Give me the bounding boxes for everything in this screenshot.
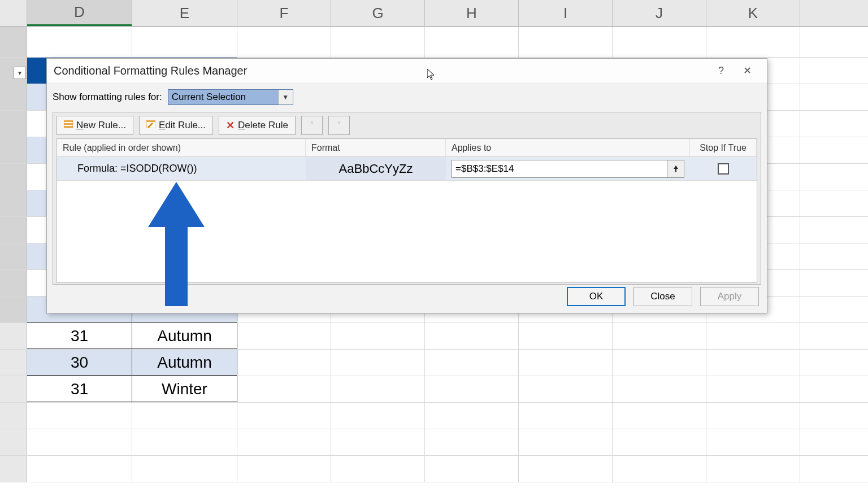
col-head-f[interactable]: F (237, 0, 331, 26)
svg-rect-1 (64, 120, 73, 122)
cell-e[interactable]: Autumn (132, 323, 237, 349)
table-row[interactable]: 31 Winter (0, 376, 868, 403)
table-row[interactable]: 30 Autumn (0, 350, 868, 376)
col-header-applies: Applies to (446, 139, 690, 156)
cell-d[interactable]: 31 (27, 323, 132, 349)
column-headers: D E F G H I J K (0, 0, 868, 27)
delete-icon: ✕ (226, 119, 235, 132)
rule-description: Formula: =ISODD(ROW()) (57, 157, 306, 180)
cell-d[interactable]: 31 (27, 376, 132, 402)
chevron-up-icon: ˄ (310, 120, 314, 131)
cell-e[interactable]: Winter (132, 376, 237, 402)
col-header-stop: Stop If True (690, 139, 757, 156)
close-button[interactable]: Close (633, 287, 692, 306)
chevron-down-icon[interactable]: ▼ (278, 90, 293, 104)
svg-rect-5 (146, 120, 155, 122)
col-head-e[interactable]: E (132, 0, 237, 26)
apply-button[interactable]: Apply (700, 287, 759, 306)
titlebar[interactable]: Conditional Formatting Rules Manager ? ✕ (47, 59, 767, 82)
move-up-button[interactable]: ˄ (301, 116, 323, 135)
col-head-i[interactable]: I (519, 0, 613, 26)
col-head-j[interactable]: J (613, 0, 706, 26)
col-header-format: Format (306, 139, 446, 156)
delete-rule-button[interactable]: ✕ Delete Rule (219, 116, 296, 135)
col-header-rule: Rule (applied in order shown) (57, 139, 306, 156)
svg-rect-2 (64, 123, 73, 125)
new-rule-button[interactable]: New Rule... (57, 116, 133, 135)
cell-d[interactable]: 30 (27, 350, 132, 376)
filter-dropdown-icon[interactable]: ▾ (14, 67, 26, 79)
cell-e[interactable]: Autumn (132, 350, 237, 376)
new-rule-icon (64, 120, 73, 131)
help-button[interactable]: ? (708, 60, 734, 81)
applies-to-input[interactable]: =$B$3:$E$14 (452, 160, 667, 178)
scope-value: Current Selection (168, 90, 278, 104)
move-down-button[interactable]: ˅ (328, 116, 350, 135)
rule-row[interactable]: Formula: =ISODD(ROW()) AaBbCcYyZz =$B$3:… (57, 157, 757, 181)
stop-if-true-checkbox[interactable] (718, 163, 729, 175)
svg-rect-3 (64, 126, 73, 128)
col-head-k[interactable]: K (706, 0, 800, 26)
chevron-down-icon: ˅ (337, 120, 341, 131)
edit-rule-button[interactable]: Edit Rule... (139, 116, 213, 135)
table-row[interactable]: 31 Autumn (0, 323, 868, 350)
ok-button[interactable]: OK (567, 287, 626, 306)
col-head-h[interactable]: H (425, 0, 519, 26)
col-head-d[interactable]: D (27, 0, 132, 26)
close-icon[interactable]: ✕ (734, 60, 760, 81)
rowhead-spacer (0, 0, 27, 26)
range-select-icon[interactable] (667, 160, 684, 178)
rules-table: Rule (applied in order shown) Format App… (57, 138, 757, 283)
scope-label: Show formatting rules for: (53, 91, 162, 103)
dialog-title: Conditional Formatting Rules Manager (54, 64, 247, 77)
conditional-formatting-dialog: Conditional Formatting Rules Manager ? ✕… (46, 58, 767, 313)
edit-rule-icon (146, 120, 155, 131)
format-preview: AaBbCcYyZz (306, 157, 446, 180)
col-head-g[interactable]: G (331, 0, 425, 26)
scope-combobox[interactable]: Current Selection ▼ (168, 89, 293, 105)
